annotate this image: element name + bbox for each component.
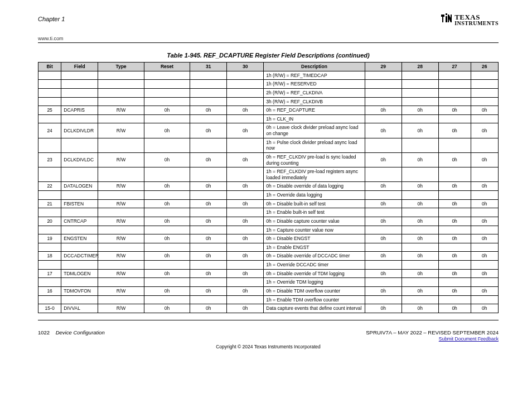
table-cell: 0h: [471, 106, 499, 115]
table-cell: DCLKDIVLDR: [61, 123, 98, 138]
table-cell: [402, 261, 438, 270]
table-row: 1h = REF_CLKDIV pre-load registers async…: [38, 167, 499, 182]
table-cell: 0h: [402, 234, 438, 243]
table-cell: [190, 226, 227, 234]
table-cell: [98, 191, 144, 200]
table-cell: 0h: [227, 252, 264, 261]
table-cell: 0h = Disable built-in self test: [264, 199, 365, 208]
table-cell: [402, 243, 438, 252]
table-cell: 0h: [190, 123, 227, 138]
table-cell: [144, 80, 190, 89]
table-row: 1h = Override data logging: [38, 191, 499, 200]
table-cell: [438, 226, 471, 234]
table-cell: [61, 114, 98, 123]
table-cell: 0h: [144, 106, 190, 115]
table-cell: R/W: [98, 234, 144, 243]
table-cell: 0h: [438, 152, 471, 167]
table-cell: [38, 226, 61, 234]
table-cell: TDMLOGEN: [61, 269, 98, 278]
table-cell: [471, 80, 499, 89]
table-cell: [438, 191, 471, 200]
table-cell: 0h: [190, 252, 227, 261]
table-cell: R/W: [98, 269, 144, 278]
table-cell: 0h: [365, 217, 402, 226]
table-cell: [190, 278, 227, 287]
table-cell: 0h: [365, 286, 402, 295]
table-cell: [471, 243, 499, 252]
table-row: 3h (R/W) = REF_CLKDIVB: [38, 97, 499, 106]
datasheet-page: Chapter 1 TEXAS INSTRUMENTS www.ti.com T…: [0, 0, 532, 372]
table-cell: 0h = Disable ENGST: [264, 234, 365, 243]
table-cell: R/W: [98, 182, 144, 191]
feedback-link[interactable]: Submit Document Feedback: [439, 336, 499, 342]
table-cell: [98, 295, 144, 304]
table-cell: 0h: [190, 199, 227, 208]
table-cell: [98, 261, 144, 270]
table-cell: 0h: [190, 286, 227, 295]
table-cell: [144, 167, 190, 182]
table-cell: 0h: [190, 269, 227, 278]
table-cell: [471, 278, 499, 287]
column-header: Description: [264, 63, 365, 71]
table-row: 1h = Enable TDM overflow counter: [38, 295, 499, 304]
table-cell: 20: [38, 217, 61, 226]
table-row: 1h = Pulse clock divider preload async l…: [38, 138, 499, 152]
table-cell: 0h: [365, 199, 402, 208]
table-cell: [98, 278, 144, 287]
table-cell: [438, 167, 471, 182]
table-cell: 0h: [471, 199, 499, 208]
table-cell: [61, 226, 98, 234]
table-cell: [144, 97, 190, 106]
table-cell: [98, 167, 144, 182]
table-cell: [402, 278, 438, 287]
table-cell: 0h: [144, 304, 190, 313]
table-cell: 1h = Override DCCADC timer: [264, 261, 365, 270]
table-body: 1h (R/W) = REF_TIMEDCAP1h (R/W) = RESERV…: [38, 71, 499, 313]
table-cell: [471, 88, 499, 97]
table-cell: 0h: [227, 182, 264, 191]
table-cell: [61, 208, 98, 217]
table-cell: [438, 114, 471, 123]
header-url[interactable]: www.ti.com: [38, 36, 499, 41]
table-cell: Data capture events that define count in…: [264, 304, 365, 313]
table-cell: R/W: [98, 286, 144, 295]
table-header-row: BitFieldTypeReset3130Description29282726: [38, 63, 499, 71]
table-cell: [471, 191, 499, 200]
table-cell: 0h: [365, 182, 402, 191]
table-cell: [438, 208, 471, 217]
header-rule: [38, 42, 499, 43]
table-cell: ENGSTEN: [61, 234, 98, 243]
table-cell: 0h: [471, 304, 499, 313]
table-cell: 0h = REF_DCAPTURE: [264, 106, 365, 115]
table-cell: 0h: [402, 123, 438, 138]
table-row: 23DCLKDIVLDCR/W0h0h0h0h = REF_CLKDIV pre…: [38, 152, 499, 167]
table-cell: 22: [38, 182, 61, 191]
table-cell: [144, 71, 190, 80]
table-cell: R/W: [98, 106, 144, 115]
table-cell: 0h = Leave clock divider preload async l…: [264, 123, 365, 138]
table-cell: 0h = Disable override of TDM logging: [264, 269, 365, 278]
column-header: 29: [365, 63, 402, 71]
table-cell: [365, 295, 402, 304]
table-cell: [365, 71, 402, 80]
table-cell: [61, 243, 98, 252]
table-cell: [227, 167, 264, 182]
table-cell: DIVVAL: [61, 304, 98, 313]
table-cell: [227, 226, 264, 234]
table-cell: 0h: [438, 269, 471, 278]
table-cell: 0h: [402, 152, 438, 167]
table-cell: 0h: [402, 269, 438, 278]
table-cell: 0h: [438, 123, 471, 138]
table-cell: [227, 88, 264, 97]
footer-doc-id: SPRUIV7A – MAY 2022 – REVISED SEPTEMBER …: [366, 329, 499, 336]
table-row: 22DATALOGENR/W0h0h0h0h = Disable overrid…: [38, 182, 499, 191]
table-cell: [402, 97, 438, 106]
table-cell: 0h: [402, 286, 438, 295]
logo-text-line2: INSTRUMENTS: [454, 21, 499, 26]
table-cell: 0h: [227, 152, 264, 167]
table-cell: 0h: [227, 199, 264, 208]
table-cell: [144, 191, 190, 200]
table-cell: [471, 167, 499, 182]
table-cell: [38, 80, 61, 89]
page-header: Chapter 1 TEXAS INSTRUMENTS: [38, 13, 499, 36]
